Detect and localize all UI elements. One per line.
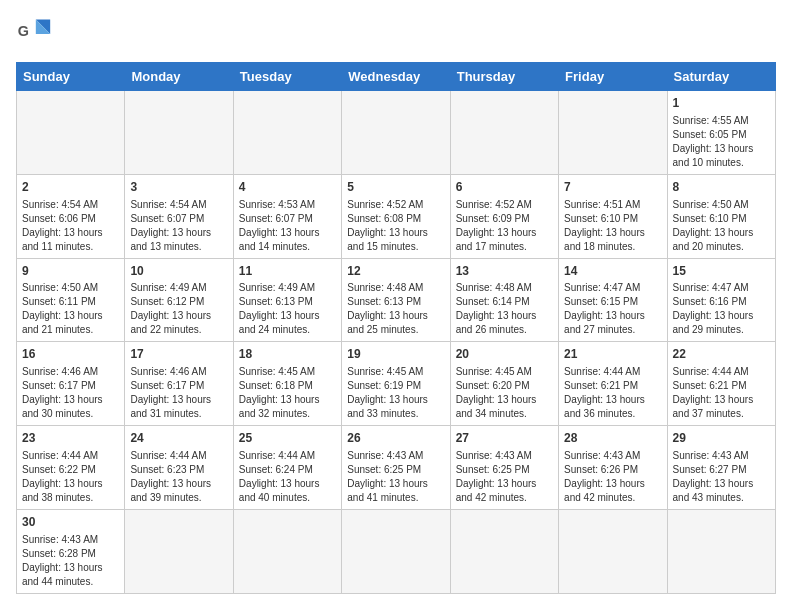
calendar-cell: 30Sunrise: 4:43 AM Sunset: 6:28 PM Dayli… bbox=[17, 509, 125, 593]
day-info: Sunrise: 4:45 AM Sunset: 6:19 PM Dayligh… bbox=[347, 365, 444, 421]
day-number: 17 bbox=[130, 346, 227, 363]
day-info: Sunrise: 4:44 AM Sunset: 6:21 PM Dayligh… bbox=[564, 365, 661, 421]
calendar-cell: 24Sunrise: 4:44 AM Sunset: 6:23 PM Dayli… bbox=[125, 426, 233, 510]
day-info: Sunrise: 4:44 AM Sunset: 6:23 PM Dayligh… bbox=[130, 449, 227, 505]
day-number: 7 bbox=[564, 179, 661, 196]
calendar-cell: 10Sunrise: 4:49 AM Sunset: 6:12 PM Dayli… bbox=[125, 258, 233, 342]
general-blue-logo-icon: G bbox=[16, 16, 52, 52]
calendar-cell bbox=[125, 91, 233, 175]
calendar-cell: 29Sunrise: 4:43 AM Sunset: 6:27 PM Dayli… bbox=[667, 426, 775, 510]
calendar-cell: 9Sunrise: 4:50 AM Sunset: 6:11 PM Daylig… bbox=[17, 258, 125, 342]
day-number: 11 bbox=[239, 263, 336, 280]
calendar-cell bbox=[17, 91, 125, 175]
day-number: 3 bbox=[130, 179, 227, 196]
day-info: Sunrise: 4:43 AM Sunset: 6:27 PM Dayligh… bbox=[673, 449, 770, 505]
day-info: Sunrise: 4:44 AM Sunset: 6:22 PM Dayligh… bbox=[22, 449, 119, 505]
calendar-header: G bbox=[16, 16, 776, 52]
day-info: Sunrise: 4:44 AM Sunset: 6:21 PM Dayligh… bbox=[673, 365, 770, 421]
day-number: 24 bbox=[130, 430, 227, 447]
svg-text:G: G bbox=[18, 23, 29, 39]
day-info: Sunrise: 4:48 AM Sunset: 6:13 PM Dayligh… bbox=[347, 281, 444, 337]
calendar-cell bbox=[342, 509, 450, 593]
calendar-header-row: SundayMondayTuesdayWednesdayThursdayFrid… bbox=[17, 63, 776, 91]
day-number: 23 bbox=[22, 430, 119, 447]
calendar-cell bbox=[559, 91, 667, 175]
calendar-cell: 22Sunrise: 4:44 AM Sunset: 6:21 PM Dayli… bbox=[667, 342, 775, 426]
calendar-cell: 28Sunrise: 4:43 AM Sunset: 6:26 PM Dayli… bbox=[559, 426, 667, 510]
day-number: 16 bbox=[22, 346, 119, 363]
day-info: Sunrise: 4:47 AM Sunset: 6:15 PM Dayligh… bbox=[564, 281, 661, 337]
day-number: 30 bbox=[22, 514, 119, 531]
calendar-cell: 5Sunrise: 4:52 AM Sunset: 6:08 PM Daylig… bbox=[342, 174, 450, 258]
day-number: 10 bbox=[130, 263, 227, 280]
day-info: Sunrise: 4:45 AM Sunset: 6:20 PM Dayligh… bbox=[456, 365, 553, 421]
day-number: 1 bbox=[673, 95, 770, 112]
day-number: 28 bbox=[564, 430, 661, 447]
logo: G bbox=[16, 16, 56, 52]
day-number: 4 bbox=[239, 179, 336, 196]
weekday-header-friday: Friday bbox=[559, 63, 667, 91]
calendar-cell bbox=[667, 509, 775, 593]
weekday-header-thursday: Thursday bbox=[450, 63, 558, 91]
calendar-cell: 13Sunrise: 4:48 AM Sunset: 6:14 PM Dayli… bbox=[450, 258, 558, 342]
calendar-cell: 19Sunrise: 4:45 AM Sunset: 6:19 PM Dayli… bbox=[342, 342, 450, 426]
day-number: 29 bbox=[673, 430, 770, 447]
day-info: Sunrise: 4:49 AM Sunset: 6:13 PM Dayligh… bbox=[239, 281, 336, 337]
weekday-header-saturday: Saturday bbox=[667, 63, 775, 91]
calendar-cell: 11Sunrise: 4:49 AM Sunset: 6:13 PM Dayli… bbox=[233, 258, 341, 342]
day-number: 18 bbox=[239, 346, 336, 363]
calendar-cell: 14Sunrise: 4:47 AM Sunset: 6:15 PM Dayli… bbox=[559, 258, 667, 342]
weekday-header-wednesday: Wednesday bbox=[342, 63, 450, 91]
calendar-cell: 2Sunrise: 4:54 AM Sunset: 6:06 PM Daylig… bbox=[17, 174, 125, 258]
day-number: 8 bbox=[673, 179, 770, 196]
day-number: 14 bbox=[564, 263, 661, 280]
calendar-cell: 4Sunrise: 4:53 AM Sunset: 6:07 PM Daylig… bbox=[233, 174, 341, 258]
day-info: Sunrise: 4:53 AM Sunset: 6:07 PM Dayligh… bbox=[239, 198, 336, 254]
day-number: 27 bbox=[456, 430, 553, 447]
calendar-cell: 3Sunrise: 4:54 AM Sunset: 6:07 PM Daylig… bbox=[125, 174, 233, 258]
day-info: Sunrise: 4:43 AM Sunset: 6:25 PM Dayligh… bbox=[456, 449, 553, 505]
weekday-header-sunday: Sunday bbox=[17, 63, 125, 91]
calendar-cell bbox=[233, 91, 341, 175]
day-info: Sunrise: 4:49 AM Sunset: 6:12 PM Dayligh… bbox=[130, 281, 227, 337]
calendar-cell: 25Sunrise: 4:44 AM Sunset: 6:24 PM Dayli… bbox=[233, 426, 341, 510]
day-number: 13 bbox=[456, 263, 553, 280]
day-info: Sunrise: 4:43 AM Sunset: 6:26 PM Dayligh… bbox=[564, 449, 661, 505]
calendar-cell bbox=[125, 509, 233, 593]
day-info: Sunrise: 4:55 AM Sunset: 6:05 PM Dayligh… bbox=[673, 114, 770, 170]
calendar-cell bbox=[342, 91, 450, 175]
day-info: Sunrise: 4:43 AM Sunset: 6:28 PM Dayligh… bbox=[22, 533, 119, 589]
calendar-cell: 16Sunrise: 4:46 AM Sunset: 6:17 PM Dayli… bbox=[17, 342, 125, 426]
day-info: Sunrise: 4:47 AM Sunset: 6:16 PM Dayligh… bbox=[673, 281, 770, 337]
calendar-cell: 21Sunrise: 4:44 AM Sunset: 6:21 PM Dayli… bbox=[559, 342, 667, 426]
calendar-cell: 23Sunrise: 4:44 AM Sunset: 6:22 PM Dayli… bbox=[17, 426, 125, 510]
calendar-cell: 12Sunrise: 4:48 AM Sunset: 6:13 PM Dayli… bbox=[342, 258, 450, 342]
day-info: Sunrise: 4:43 AM Sunset: 6:25 PM Dayligh… bbox=[347, 449, 444, 505]
calendar-cell: 17Sunrise: 4:46 AM Sunset: 6:17 PM Dayli… bbox=[125, 342, 233, 426]
day-number: 5 bbox=[347, 179, 444, 196]
day-info: Sunrise: 4:54 AM Sunset: 6:07 PM Dayligh… bbox=[130, 198, 227, 254]
day-info: Sunrise: 4:44 AM Sunset: 6:24 PM Dayligh… bbox=[239, 449, 336, 505]
calendar-table: SundayMondayTuesdayWednesdayThursdayFrid… bbox=[16, 62, 776, 594]
day-info: Sunrise: 4:51 AM Sunset: 6:10 PM Dayligh… bbox=[564, 198, 661, 254]
calendar-cell: 15Sunrise: 4:47 AM Sunset: 6:16 PM Dayli… bbox=[667, 258, 775, 342]
day-info: Sunrise: 4:52 AM Sunset: 6:08 PM Dayligh… bbox=[347, 198, 444, 254]
day-number: 12 bbox=[347, 263, 444, 280]
weekday-header-tuesday: Tuesday bbox=[233, 63, 341, 91]
day-number: 25 bbox=[239, 430, 336, 447]
calendar-cell: 20Sunrise: 4:45 AM Sunset: 6:20 PM Dayli… bbox=[450, 342, 558, 426]
weekday-header-monday: Monday bbox=[125, 63, 233, 91]
calendar-cell: 27Sunrise: 4:43 AM Sunset: 6:25 PM Dayli… bbox=[450, 426, 558, 510]
calendar-cell bbox=[559, 509, 667, 593]
calendar-cell bbox=[233, 509, 341, 593]
day-info: Sunrise: 4:54 AM Sunset: 6:06 PM Dayligh… bbox=[22, 198, 119, 254]
calendar-cell: 18Sunrise: 4:45 AM Sunset: 6:18 PM Dayli… bbox=[233, 342, 341, 426]
day-number: 2 bbox=[22, 179, 119, 196]
day-number: 15 bbox=[673, 263, 770, 280]
calendar-cell: 6Sunrise: 4:52 AM Sunset: 6:09 PM Daylig… bbox=[450, 174, 558, 258]
calendar-cell: 1Sunrise: 4:55 AM Sunset: 6:05 PM Daylig… bbox=[667, 91, 775, 175]
calendar-cell bbox=[450, 509, 558, 593]
day-info: Sunrise: 4:46 AM Sunset: 6:17 PM Dayligh… bbox=[22, 365, 119, 421]
day-number: 22 bbox=[673, 346, 770, 363]
day-info: Sunrise: 4:45 AM Sunset: 6:18 PM Dayligh… bbox=[239, 365, 336, 421]
